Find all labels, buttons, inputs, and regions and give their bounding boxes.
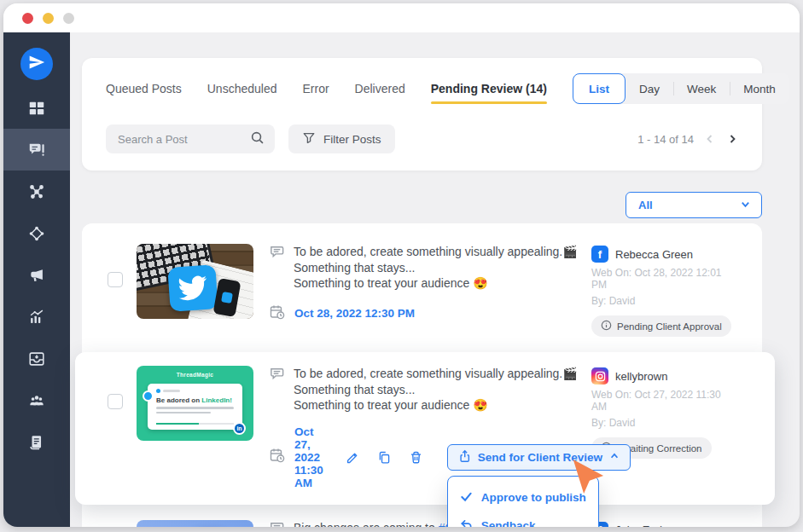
chevron-down-icon (740, 199, 751, 212)
post-thumbnail-photo[interactable] (137, 244, 253, 319)
review-dropdown-menu: Approve to publish Sendback (447, 476, 599, 527)
view-toggle: List Day Week Month (573, 73, 789, 104)
tab-delivered[interactable]: Delivered (355, 82, 405, 95)
pagination-prev-icon[interactable] (704, 133, 716, 145)
thumb-brand-label: ThreadMagic (137, 372, 253, 378)
twitter-badge-icon (143, 390, 154, 402)
post-thumbnail-cloud[interactable]: CLOUD (137, 520, 253, 527)
info-icon (601, 320, 612, 332)
paper-plane-icon (28, 54, 45, 74)
sidebar-item-inbox[interactable] (3, 338, 70, 379)
posts-icon (27, 141, 46, 159)
pagination-next-icon[interactable] (726, 133, 738, 145)
sidebar-item-content[interactable] (3, 421, 70, 463)
send-for-client-review-label: Send for Client Review (478, 451, 602, 464)
check-icon (460, 490, 473, 505)
thumb-inner-card: Be adored on LinkedIn! (148, 384, 242, 430)
send-for-client-review-button[interactable]: Send for Client Review (447, 444, 631, 471)
post-body: To be adored, create something visually … (269, 366, 581, 489)
menu-item-approve-to-publish[interactable]: Approve to publish (448, 483, 598, 512)
schedule-time-link[interactable]: Oct 28, 2022 12:30 PM (294, 307, 415, 320)
account-name: kellybrown (615, 370, 667, 383)
review-action-area: Send for Client Review Approve to publis… (447, 444, 631, 471)
pagination: 1 - 14 of 14 (637, 133, 738, 146)
minimize-button[interactable] (43, 13, 54, 24)
posts-toolbar-card: Queued Posts Unscheduled Error Delivered… (82, 58, 762, 171)
sidebar-item-network[interactable] (3, 171, 70, 212)
edit-icon[interactable] (346, 450, 360, 465)
app-window: Queued Posts Unscheduled Error Delivered… (3, 3, 800, 527)
view-option-week[interactable]: Week (673, 73, 730, 104)
sendback-icon (460, 518, 473, 527)
chevron-up-icon (609, 451, 620, 464)
search-row: Filter Posts 1 - 14 of 14 (106, 124, 738, 153)
tab-queued-posts[interactable]: Queued Posts (106, 82, 182, 95)
post-body: To be adored, create something visually … (269, 244, 581, 324)
sidebar-item-team[interactable] (3, 379, 70, 421)
tab-unscheduled[interactable]: Unscheduled (207, 82, 277, 95)
megaphone-icon (27, 266, 46, 285)
post-checkbox[interactable] (108, 394, 123, 409)
by-text: By: David (591, 295, 738, 307)
connect-nodes-icon (27, 224, 46, 243)
filter-posts-label: Filter Posts (323, 133, 381, 146)
post-actions (346, 450, 423, 465)
calendar-clock-icon (269, 304, 286, 324)
comment-icon (269, 244, 285, 292)
team-icon (27, 391, 46, 410)
inbox-icon (27, 350, 46, 368)
search-box[interactable] (106, 124, 275, 153)
analytics-icon (27, 308, 46, 327)
schedule-time-link[interactable]: Oct 27, 2022 11:30 AM (294, 425, 323, 489)
duplicate-icon[interactable] (377, 450, 392, 465)
account-filter-value: All (638, 199, 653, 211)
network-icon (27, 182, 46, 201)
account-name: Rebecca Green (615, 248, 693, 261)
content-icon (27, 433, 46, 452)
post-account-col: f Rebecca Green Web On: Oct 28, 2022 12:… (591, 244, 738, 337)
funnel-icon (302, 131, 316, 147)
by-text: By: David (591, 417, 738, 429)
tabs-row: Queued Posts Unscheduled Error Delivered… (106, 73, 738, 104)
account-filter-dropdown[interactable]: All (626, 192, 762, 218)
sidebar-item-analytics[interactable] (3, 296, 70, 338)
status-badge: Pending Client Approval (591, 315, 731, 337)
post-row-2-selected: ThreadMagic Be adored on LinkedIn! in (75, 352, 775, 505)
tab-error[interactable]: Error (302, 82, 329, 95)
sidebar-item-promotions[interactable] (3, 254, 70, 296)
sidebar-item-posts[interactable] (3, 129, 70, 171)
facebook-icon: f (591, 246, 608, 263)
filter-posts-button[interactable]: Filter Posts (288, 124, 395, 153)
view-option-month[interactable]: Month (730, 73, 789, 104)
delete-icon[interactable] (409, 450, 423, 465)
main-content: Queued Posts Unscheduled Error Delivered… (70, 32, 800, 527)
instagram-icon (591, 367, 608, 385)
search-icon (250, 130, 265, 148)
post-thumbnail-threadmagic[interactable]: ThreadMagic Be adored on LinkedIn! in (137, 366, 253, 441)
sidebar-item-connect[interactable] (3, 212, 70, 254)
calendar-clock-icon (269, 447, 286, 467)
sidebar (3, 32, 70, 527)
account-name: John Enderson (615, 523, 690, 527)
share-icon (458, 449, 471, 466)
tab-pending-review[interactable]: Pending Review (14) (431, 82, 547, 95)
maximize-button[interactable] (63, 13, 74, 24)
post-checkbox[interactable] (108, 272, 123, 287)
post-row-1: To be adored, create something visually … (82, 230, 762, 350)
linkedin-badge-icon: in (233, 422, 246, 435)
close-button[interactable] (22, 13, 33, 24)
view-option-day[interactable]: Day (626, 73, 673, 104)
app-logo[interactable] (20, 48, 53, 80)
web-on-text: Web On: Oct 28, 2022 12:01 PM (591, 267, 738, 291)
view-option-list[interactable]: List (573, 73, 626, 104)
post-row-3: CLOUD Big changes are coming t (82, 506, 762, 527)
sidebar-item-dashboard[interactable] (3, 87, 70, 129)
menu-item-sendback[interactable]: Sendback (448, 512, 598, 527)
post-text: To be adored, create something visually … (294, 244, 578, 292)
app-body: Queued Posts Unscheduled Error Delivered… (3, 32, 800, 527)
dashboard-icon (27, 99, 46, 118)
pagination-count: 1 - 14 of 14 (637, 133, 694, 146)
comment-icon (269, 366, 285, 413)
search-input[interactable] (116, 132, 250, 147)
post-account-col: f John Enderson Web On: Oct 24, 2022 03:… (591, 520, 738, 527)
